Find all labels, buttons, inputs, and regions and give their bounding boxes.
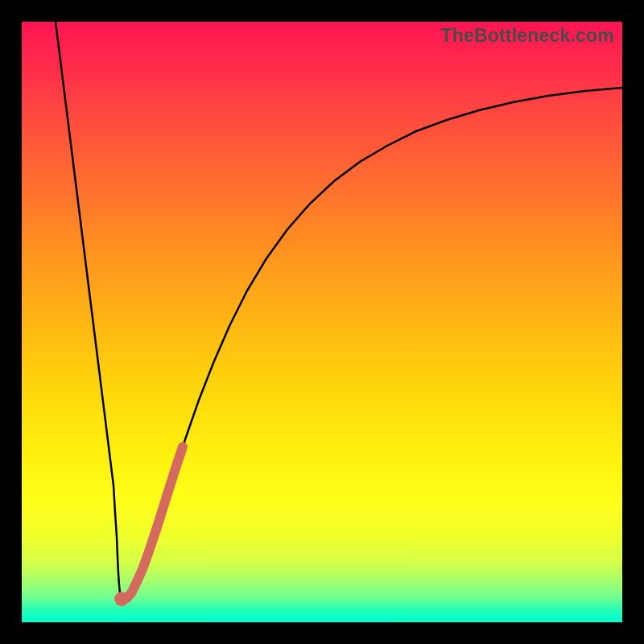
minimum-marker <box>114 592 129 606</box>
series-group <box>56 22 622 606</box>
chart-frame: TheBottleneck.com <box>0 0 644 644</box>
chart-svg <box>22 22 622 622</box>
highlight-segment <box>127 447 183 598</box>
bottleneck-curve <box>56 22 622 600</box>
watermark-text: TheBottleneck.com <box>440 25 614 47</box>
plot-area: TheBottleneck.com <box>22 22 622 622</box>
